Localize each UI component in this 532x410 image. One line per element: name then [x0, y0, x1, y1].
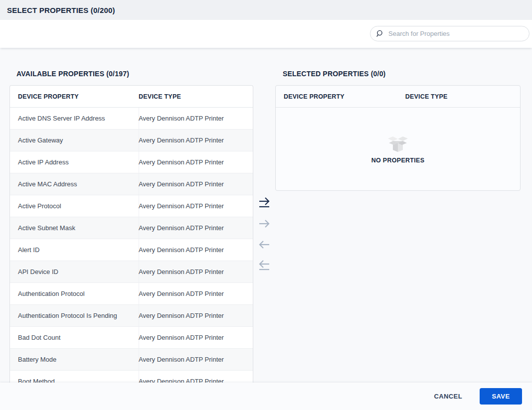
double-arrow-left-icon: [258, 260, 271, 272]
search-icon: [376, 30, 384, 37]
device-type-cell: Avery Dennison ADTP Printer: [139, 173, 253, 195]
selected-properties-table: DEVICE PROPERTY DEVICE TYPE NO PROPERTIE…: [275, 85, 521, 191]
available-properties-table: DEVICE PROPERTY DEVICE TYPE Active DNS S…: [9, 85, 253, 394]
device-type-cell: Avery Dennison ADTP Printer: [139, 283, 253, 304]
arrow-left-icon: [258, 240, 271, 249]
device-type-cell: Avery Dennison ADTP Printer: [139, 195, 253, 217]
table-row[interactable]: Authentication Protocol Is Pending Avery…: [10, 305, 253, 327]
device-type-cell: Avery Dennison ADTP Printer: [139, 327, 253, 348]
device-property-cell: API Device ID: [10, 261, 139, 282]
device-property-cell: Active MAC Address: [10, 173, 139, 195]
select-properties-dialog: SELECT PROPERTIES (0/200) AVAILABLE PROP…: [0, 0, 532, 410]
table-row[interactable]: Active Gateway Avery Dennison ADTP Print…: [10, 130, 253, 151]
table-row[interactable]: Authentication Protocol Avery Dennison A…: [10, 283, 253, 305]
dialog-footer: CANCEL SAVE: [0, 383, 532, 410]
device-property-cell: Bad Dot Count: [10, 327, 139, 348]
selected-properties-title: SELECTED PROPERTIES (0/0): [283, 70, 385, 78]
empty-state: NO PROPERTIES: [276, 108, 520, 191]
available-properties-title: AVAILABLE PROPERTIES (0/197): [16, 70, 129, 78]
table-row[interactable]: Active DNS Server IP Address Avery Denni…: [10, 108, 253, 130]
column-header-device-type: DEVICE TYPE: [139, 93, 253, 100]
available-rows: Active DNS Server IP Address Avery Denni…: [10, 108, 253, 393]
device-type-cell: Avery Dennison ADTP Printer: [139, 217, 253, 239]
device-type-cell: Avery Dennison ADTP Printer: [139, 349, 253, 370]
device-property-cell: Active Protocol: [10, 195, 139, 217]
table-row[interactable]: Alert ID Avery Dennison ADTP Printer: [10, 239, 253, 261]
double-arrow-right-icon: [258, 197, 271, 209]
device-property-cell: Authentication Protocol: [10, 283, 139, 304]
table-row[interactable]: Active Subnet Mask Avery Dennison ADTP P…: [10, 217, 253, 239]
device-type-cell: Avery Dennison ADTP Printer: [139, 108, 253, 129]
table-header-row: DEVICE PROPERTY DEVICE TYPE: [10, 86, 253, 108]
arrow-right-icon: [258, 219, 271, 228]
column-header-device-property: DEVICE PROPERTY: [276, 93, 405, 100]
transfer-controls: [255, 194, 273, 278]
device-property-cell: Active Subnet Mask: [10, 217, 139, 239]
device-property-cell: Alert ID: [10, 239, 139, 261]
dialog-title: SELECT PROPERTIES (0/200): [7, 6, 115, 14]
open-box-icon: [387, 135, 409, 153]
move-all-left-button[interactable]: [256, 257, 273, 274]
table-row[interactable]: Active Protocol Avery Dennison ADTP Prin…: [10, 195, 253, 217]
device-type-cell: Avery Dennison ADTP Printer: [139, 130, 253, 151]
device-type-cell: Avery Dennison ADTP Printer: [139, 151, 253, 173]
device-property-cell: Active Gateway: [10, 130, 139, 151]
device-property-cell: Active IP Address: [10, 151, 139, 173]
table-row[interactable]: Active IP Address Avery Dennison ADTP Pr…: [10, 151, 253, 173]
table-row[interactable]: Active MAC Address Avery Dennison ADTP P…: [10, 173, 253, 195]
move-right-button[interactable]: [256, 215, 273, 232]
device-property-cell: Authentication Protocol Is Pending: [10, 305, 139, 326]
dialog-header: SELECT PROPERTIES (0/200): [0, 0, 532, 20]
search-input[interactable]: [388, 30, 523, 37]
save-button[interactable]: SAVE: [480, 388, 522, 405]
table-row[interactable]: Bad Dot Count Avery Dennison ADTP Printe…: [10, 327, 253, 349]
table-row[interactable]: API Device ID Avery Dennison ADTP Printe…: [10, 261, 253, 283]
device-type-cell: Avery Dennison ADTP Printer: [139, 261, 253, 282]
column-header-device-type: DEVICE TYPE: [405, 93, 520, 100]
device-property-cell: Battery Mode: [10, 349, 139, 370]
device-property-cell: Active DNS Server IP Address: [10, 108, 139, 129]
table-row[interactable]: Battery Mode Avery Dennison ADTP Printer: [10, 349, 253, 371]
cancel-button[interactable]: CANCEL: [434, 393, 462, 400]
search-toolbar: [0, 20, 532, 48]
search-box[interactable]: [370, 26, 530, 41]
device-type-cell: Avery Dennison ADTP Printer: [139, 305, 253, 326]
empty-state-label: NO PROPERTIES: [371, 157, 425, 164]
device-type-cell: Avery Dennison ADTP Printer: [139, 239, 253, 261]
move-left-button[interactable]: [256, 236, 273, 253]
table-header-row: DEVICE PROPERTY DEVICE TYPE: [276, 86, 520, 108]
move-all-right-button[interactable]: [256, 194, 273, 211]
column-header-device-property: DEVICE PROPERTY: [10, 93, 139, 100]
